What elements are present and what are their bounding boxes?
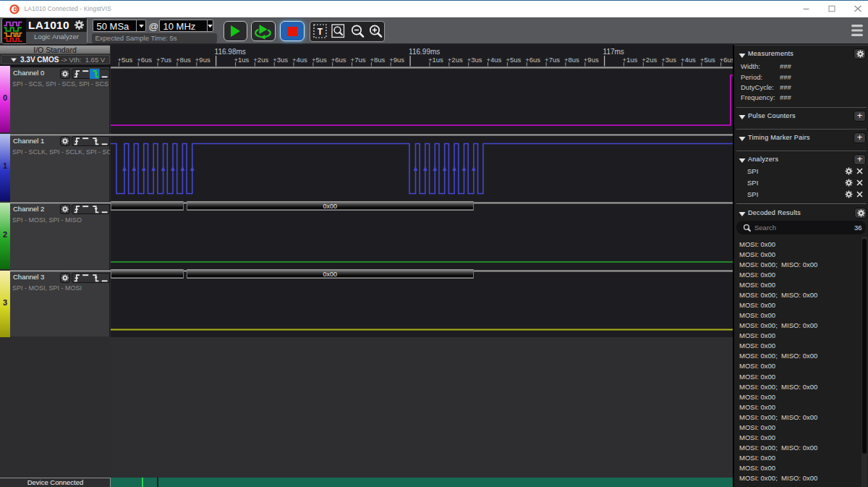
svg-text:T: T: [318, 27, 323, 37]
